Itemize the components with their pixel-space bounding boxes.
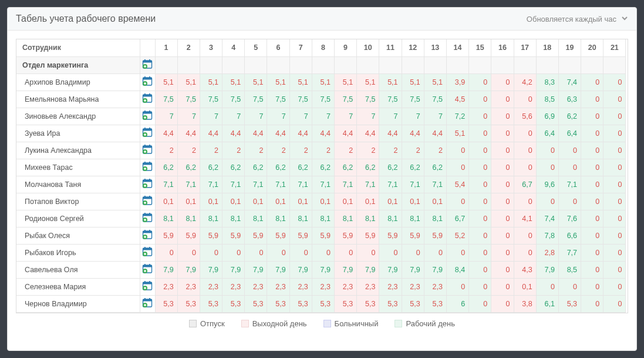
hours-cell[interactable]: 7,1 bbox=[357, 176, 379, 193]
hours-cell[interactable]: 0 bbox=[581, 176, 603, 193]
hours-cell[interactable]: 7,1 bbox=[267, 176, 289, 193]
hours-cell[interactable]: 0 bbox=[514, 142, 536, 159]
hours-cell[interactable]: 0,1 bbox=[222, 193, 245, 210]
hours-cell[interactable]: 7 bbox=[424, 108, 446, 125]
hours-cell[interactable]: 4,4 bbox=[424, 125, 446, 142]
hours-cell[interactable]: 4,4 bbox=[335, 125, 357, 142]
hours-cell[interactable]: 0 bbox=[581, 244, 603, 261]
calendar-add-icon[interactable] bbox=[142, 178, 153, 189]
employee-name[interactable]: Савельева Оля bbox=[16, 261, 140, 278]
hours-cell[interactable]: 5,1 bbox=[177, 73, 200, 91]
col-employee[interactable]: Сотрудник bbox=[16, 39, 140, 56]
employee-name[interactable]: Михеев Тарас bbox=[16, 159, 140, 176]
hours-cell[interactable]: 6,2 bbox=[289, 159, 312, 176]
employee-name[interactable]: Зуева Ира bbox=[16, 125, 140, 142]
hours-cell[interactable]: 7,5 bbox=[222, 91, 245, 108]
hours-cell[interactable]: 0 bbox=[581, 91, 603, 108]
hours-cell[interactable]: 0 bbox=[581, 295, 603, 312]
hours-cell[interactable]: 7,7 bbox=[558, 244, 581, 261]
hours-cell[interactable]: 0 bbox=[581, 73, 603, 91]
hours-cell[interactable]: 6,2 bbox=[312, 159, 334, 176]
hours-cell[interactable]: 5,9 bbox=[379, 227, 402, 244]
employee-name[interactable]: Молчанова Таня bbox=[16, 176, 140, 193]
hours-cell[interactable]: 4,4 bbox=[222, 125, 245, 142]
hours-cell[interactable]: 0 bbox=[469, 108, 491, 125]
col-day-14[interactable]: 14 bbox=[446, 39, 468, 56]
hours-cell[interactable]: 7,5 bbox=[267, 91, 289, 108]
hours-cell[interactable]: 8,3 bbox=[536, 73, 558, 91]
hours-cell[interactable]: 0 bbox=[469, 159, 491, 176]
hours-cell[interactable]: 7,9 bbox=[245, 261, 267, 278]
hours-cell[interactable]: 4,1 bbox=[514, 210, 536, 227]
hours-cell[interactable]: 7,1 bbox=[379, 176, 402, 193]
hours-cell[interactable]: 5,1 bbox=[357, 73, 379, 91]
hours-cell[interactable]: 7,9 bbox=[155, 261, 177, 278]
hours-cell[interactable]: 7 bbox=[200, 108, 222, 125]
calendar-add-icon[interactable] bbox=[142, 144, 153, 155]
hours-cell[interactable]: 5,3 bbox=[312, 295, 334, 312]
table-scroll[interactable]: Сотрудник 123456789101112131415161718192… bbox=[16, 39, 628, 313]
hours-cell[interactable]: 0 bbox=[469, 73, 491, 91]
hours-cell[interactable]: 2 bbox=[200, 142, 222, 159]
hours-cell[interactable]: 8,1 bbox=[424, 210, 446, 227]
hours-cell[interactable]: 6,1 bbox=[536, 295, 558, 312]
hours-cell[interactable]: 0 bbox=[491, 244, 514, 261]
hours-cell[interactable]: 6,7 bbox=[446, 210, 468, 227]
hours-cell[interactable]: 4,2 bbox=[514, 73, 536, 91]
hours-cell[interactable]: 4,4 bbox=[267, 125, 289, 142]
hours-cell[interactable]: 0 bbox=[222, 244, 245, 261]
hours-cell[interactable]: 5,3 bbox=[222, 295, 245, 312]
employee-cal[interactable] bbox=[140, 108, 155, 125]
hours-cell[interactable]: 0 bbox=[200, 244, 222, 261]
hours-cell[interactable]: 0 bbox=[603, 261, 626, 278]
hours-cell[interactable]: 0 bbox=[536, 193, 558, 210]
hours-cell[interactable]: 8,1 bbox=[267, 210, 289, 227]
hours-cell[interactable]: 4,4 bbox=[245, 125, 267, 142]
calendar-add-icon[interactable] bbox=[142, 280, 153, 291]
col-day-20[interactable]: 20 bbox=[581, 39, 603, 56]
hours-cell[interactable]: 3,9 bbox=[446, 73, 468, 91]
hours-cell[interactable]: 5,4 bbox=[446, 176, 468, 193]
hours-cell[interactable]: 0 bbox=[491, 278, 514, 295]
hours-cell[interactable]: 2 bbox=[335, 142, 357, 159]
hours-cell[interactable]: 2,3 bbox=[200, 278, 222, 295]
hours-cell[interactable]: 0 bbox=[267, 244, 289, 261]
hours-cell[interactable]: 8,1 bbox=[200, 210, 222, 227]
hours-cell[interactable]: 7 bbox=[177, 108, 200, 125]
hours-cell[interactable]: 0 bbox=[603, 73, 626, 91]
hours-cell[interactable]: 7,5 bbox=[379, 91, 402, 108]
hours-cell[interactable]: 0 bbox=[469, 210, 491, 227]
hours-cell[interactable]: 0 bbox=[469, 125, 491, 142]
hours-cell[interactable]: 2,3 bbox=[289, 278, 312, 295]
col-day-5[interactable]: 5 bbox=[245, 39, 267, 56]
hours-cell[interactable]: 2 bbox=[289, 142, 312, 159]
hours-cell[interactable]: 6,2 bbox=[267, 159, 289, 176]
hours-cell[interactable]: 7 bbox=[222, 108, 245, 125]
employee-cal[interactable] bbox=[140, 125, 155, 142]
hours-cell[interactable]: 0,1 bbox=[312, 193, 334, 210]
calendar-add-icon[interactable] bbox=[142, 127, 153, 138]
calendar-add-icon[interactable] bbox=[142, 229, 153, 240]
hours-cell[interactable]: 7 bbox=[155, 108, 177, 125]
hours-cell[interactable]: 7,1 bbox=[245, 176, 267, 193]
hours-cell[interactable]: 7,9 bbox=[312, 261, 334, 278]
calendar-add-icon[interactable] bbox=[142, 212, 153, 223]
hours-cell[interactable]: 7,9 bbox=[222, 261, 245, 278]
hours-cell[interactable]: 0 bbox=[491, 193, 514, 210]
hours-cell[interactable]: 7,4 bbox=[558, 73, 581, 91]
hours-cell[interactable]: 5,9 bbox=[424, 227, 446, 244]
hours-cell[interactable]: 2 bbox=[357, 142, 379, 159]
hours-cell[interactable]: 0 bbox=[469, 91, 491, 108]
hours-cell[interactable]: 3,8 bbox=[514, 295, 536, 312]
hours-cell[interactable]: 4,4 bbox=[357, 125, 379, 142]
hours-cell[interactable]: 0 bbox=[558, 159, 581, 176]
hours-cell[interactable]: 2,3 bbox=[335, 278, 357, 295]
hours-cell[interactable]: 7,5 bbox=[424, 91, 446, 108]
hours-cell[interactable]: 0 bbox=[491, 73, 514, 91]
hours-cell[interactable]: 5,1 bbox=[379, 73, 402, 91]
hours-cell[interactable]: 0 bbox=[514, 91, 536, 108]
col-day-17[interactable]: 17 bbox=[514, 39, 536, 56]
col-day-21[interactable]: 21 bbox=[603, 39, 626, 56]
hours-cell[interactable]: 6,4 bbox=[558, 125, 581, 142]
hours-cell[interactable]: 5,1 bbox=[446, 125, 468, 142]
